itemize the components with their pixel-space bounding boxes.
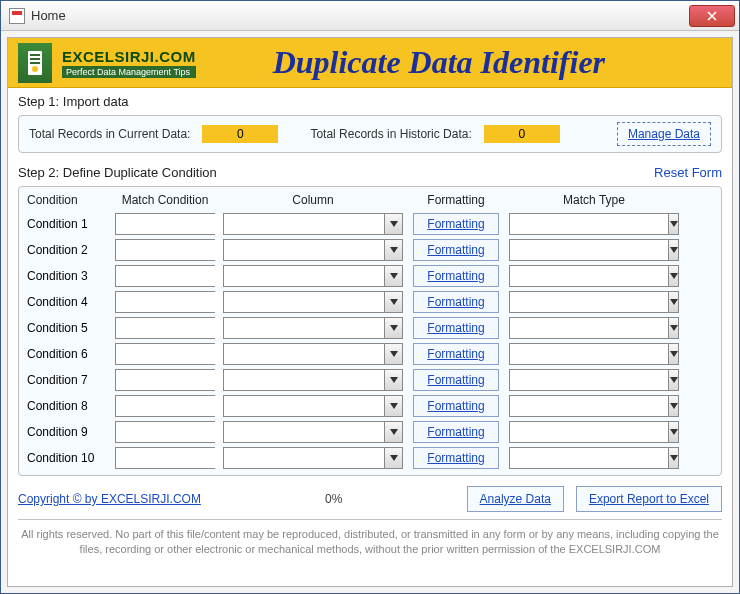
condition-row: Condition 5Formatting (25, 315, 715, 341)
match-condition-combo[interactable] (115, 291, 215, 313)
match-type-combo[interactable] (509, 395, 679, 417)
svg-point-4 (32, 66, 38, 72)
match-condition-combo[interactable] (115, 213, 215, 235)
dropdown-icon[interactable] (668, 214, 678, 234)
match-type-combo[interactable] (509, 369, 679, 391)
svg-rect-2 (30, 58, 40, 60)
column-input[interactable] (224, 292, 384, 312)
match-type-combo[interactable] (509, 317, 679, 339)
column-combo[interactable] (223, 265, 403, 287)
formatting-button[interactable]: Formatting (413, 343, 499, 365)
col-matchtype-header: Match Type (509, 193, 679, 207)
match-type-input[interactable] (510, 396, 668, 416)
column-input[interactable] (224, 422, 384, 442)
dropdown-icon[interactable] (384, 448, 402, 468)
close-icon (707, 11, 717, 21)
column-input[interactable] (224, 318, 384, 338)
dropdown-icon[interactable] (384, 396, 402, 416)
match-type-combo[interactable] (509, 239, 679, 261)
formatting-button[interactable]: Formatting (413, 395, 499, 417)
dropdown-icon[interactable] (668, 448, 678, 468)
column-combo[interactable] (223, 369, 403, 391)
match-type-input[interactable] (510, 422, 668, 442)
formatting-button[interactable]: Formatting (413, 317, 499, 339)
export-report-button[interactable]: Export Report to Excel (576, 486, 722, 512)
dropdown-icon[interactable] (668, 396, 678, 416)
column-combo[interactable] (223, 213, 403, 235)
column-combo[interactable] (223, 317, 403, 339)
match-condition-combo[interactable] (115, 317, 215, 339)
dropdown-icon[interactable] (668, 266, 678, 286)
reset-form-link[interactable]: Reset Form (654, 165, 722, 180)
condition-row: Condition 9Formatting (25, 419, 715, 445)
column-combo[interactable] (223, 343, 403, 365)
match-type-combo[interactable] (509, 447, 679, 469)
form-icon (9, 8, 25, 24)
match-type-input[interactable] (510, 240, 668, 260)
dropdown-icon[interactable] (384, 214, 402, 234)
match-condition-combo[interactable] (115, 343, 215, 365)
match-condition-combo[interactable] (115, 369, 215, 391)
condition-name: Condition 10 (25, 451, 107, 465)
match-condition-combo[interactable] (115, 421, 215, 443)
column-combo[interactable] (223, 239, 403, 261)
match-type-combo[interactable] (509, 343, 679, 365)
match-condition-combo[interactable] (115, 395, 215, 417)
column-input[interactable] (224, 396, 384, 416)
dropdown-icon[interactable] (668, 240, 678, 260)
dropdown-icon[interactable] (668, 422, 678, 442)
formatting-button[interactable]: Formatting (413, 265, 499, 287)
svg-rect-3 (30, 62, 40, 64)
formatting-button[interactable]: Formatting (413, 369, 499, 391)
column-combo[interactable] (223, 395, 403, 417)
column-input[interactable] (224, 240, 384, 260)
match-type-input[interactable] (510, 370, 668, 390)
formatting-button[interactable]: Formatting (413, 447, 499, 469)
column-combo[interactable] (223, 421, 403, 443)
close-button[interactable] (689, 5, 735, 27)
match-type-combo[interactable] (509, 291, 679, 313)
condition-name: Condition 2 (25, 243, 107, 257)
dropdown-icon[interactable] (384, 292, 402, 312)
match-type-input[interactable] (510, 266, 668, 286)
dropdown-icon[interactable] (668, 292, 678, 312)
dropdown-icon[interactable] (384, 344, 402, 364)
formatting-button[interactable]: Formatting (413, 291, 499, 313)
dropdown-icon[interactable] (384, 318, 402, 338)
condition-name: Condition 6 (25, 347, 107, 361)
manage-data-button[interactable]: Manage Data (617, 122, 711, 146)
dropdown-icon[interactable] (668, 318, 678, 338)
condition-name: Condition 3 (25, 269, 107, 283)
column-combo[interactable] (223, 447, 403, 469)
dropdown-icon[interactable] (384, 266, 402, 286)
column-input[interactable] (224, 370, 384, 390)
formatting-button[interactable]: Formatting (413, 421, 499, 443)
match-type-input[interactable] (510, 448, 668, 468)
dropdown-icon[interactable] (384, 422, 402, 442)
formatting-button[interactable]: Formatting (413, 213, 499, 235)
match-type-input[interactable] (510, 318, 668, 338)
match-condition-combo[interactable] (115, 265, 215, 287)
dropdown-icon[interactable] (384, 370, 402, 390)
match-type-input[interactable] (510, 292, 668, 312)
match-type-combo[interactable] (509, 421, 679, 443)
match-condition-combo[interactable] (115, 447, 215, 469)
column-combo[interactable] (223, 291, 403, 313)
column-input[interactable] (224, 448, 384, 468)
column-input[interactable] (224, 214, 384, 234)
match-condition-combo[interactable] (115, 239, 215, 261)
column-input[interactable] (224, 266, 384, 286)
dropdown-icon[interactable] (668, 370, 678, 390)
condition-row: Condition 4Formatting (25, 289, 715, 315)
analyze-data-button[interactable]: Analyze Data (467, 486, 564, 512)
dropdown-icon[interactable] (384, 240, 402, 260)
column-input[interactable] (224, 344, 384, 364)
step1-header: Step 1: Import data (8, 88, 732, 113)
copyright-link[interactable]: Copyright © by EXCELSIRJI.COM (18, 492, 201, 506)
formatting-button[interactable]: Formatting (413, 239, 499, 261)
match-type-input[interactable] (510, 214, 668, 234)
match-type-input[interactable] (510, 344, 668, 364)
match-type-combo[interactable] (509, 265, 679, 287)
dropdown-icon[interactable] (668, 344, 678, 364)
match-type-combo[interactable] (509, 213, 679, 235)
